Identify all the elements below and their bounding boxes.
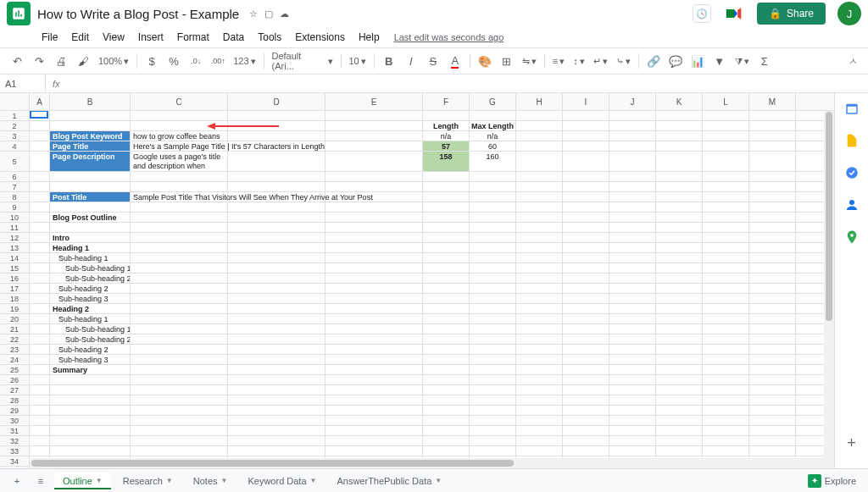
- cell-L26[interactable]: [703, 375, 749, 384]
- cell-E33[interactable]: [326, 446, 423, 456]
- cell-L28[interactable]: [703, 395, 749, 405]
- cell-A12[interactable]: [30, 233, 50, 242]
- cell-A23[interactable]: [30, 345, 50, 354]
- cell-D29[interactable]: [228, 406, 326, 415]
- row-header-27[interactable]: 27: [0, 385, 30, 395]
- cell-G25[interactable]: [470, 365, 516, 374]
- cell-L27[interactable]: [703, 385, 749, 395]
- cell-H15[interactable]: [516, 263, 563, 273]
- cell-A33[interactable]: [30, 446, 50, 456]
- cell-C2[interactable]: [131, 121, 228, 130]
- cell-H25[interactable]: [516, 365, 563, 374]
- cell-H24[interactable]: [516, 355, 563, 364]
- scrollbar-horizontal[interactable]: [30, 458, 834, 468]
- cell-I21[interactable]: [563, 324, 609, 334]
- row-header-26[interactable]: 26: [0, 375, 30, 384]
- cell-K3[interactable]: [656, 131, 703, 141]
- valign-icon[interactable]: ↕▾: [570, 51, 588, 71]
- cell-C1[interactable]: [131, 111, 228, 120]
- cell-L14[interactable]: [703, 253, 749, 263]
- cell-J13[interactable]: [609, 243, 656, 252]
- cell-B19[interactable]: Heading 2: [50, 304, 131, 313]
- cell-A21[interactable]: [30, 324, 50, 334]
- cell-K28[interactable]: [656, 395, 703, 405]
- cell-M11[interactable]: [749, 223, 796, 232]
- last-edit-link[interactable]: Last edit was seconds ago: [394, 32, 504, 42]
- row-header-3[interactable]: 3: [0, 131, 30, 141]
- cell-G31[interactable]: [470, 426, 516, 435]
- cell-L8[interactable]: [703, 192, 749, 202]
- cell-M19[interactable]: [749, 304, 796, 313]
- cell-K5[interactable]: [656, 152, 703, 171]
- cell-M21[interactable]: [749, 324, 796, 334]
- cell-C18[interactable]: [131, 294, 228, 303]
- cell-F7[interactable]: [423, 182, 470, 191]
- tab-dropdown-icon[interactable]: ▼: [221, 477, 228, 484]
- cell-B20[interactable]: Sub-heading 1: [50, 314, 131, 323]
- cell-L1[interactable]: [703, 111, 749, 120]
- cell-K12[interactable]: [656, 233, 703, 242]
- row-header-19[interactable]: 19: [0, 304, 30, 313]
- cell-I25[interactable]: [563, 365, 609, 374]
- cell-K16[interactable]: [656, 274, 703, 283]
- cell-F6[interactable]: [423, 172, 470, 181]
- row-header-21[interactable]: 21: [0, 324, 30, 334]
- cell-H32[interactable]: [516, 436, 563, 445]
- row-header-14[interactable]: 14: [0, 253, 30, 263]
- font-dropdown[interactable]: Default (Ari...▾: [269, 51, 337, 71]
- cell-A8[interactable]: [30, 192, 50, 202]
- cell-J4[interactable]: [609, 141, 656, 151]
- row-header-16[interactable]: 16: [0, 274, 30, 283]
- cell-J8[interactable]: [609, 192, 656, 202]
- row-header-34[interactable]: 34: [0, 456, 30, 466]
- cell-K29[interactable]: [656, 406, 703, 415]
- cell-D19[interactable]: [228, 304, 326, 313]
- cell-H29[interactable]: [516, 406, 563, 415]
- cell-J27[interactable]: [609, 385, 656, 395]
- cell-H3[interactable]: [516, 131, 563, 141]
- cell-I15[interactable]: [563, 263, 609, 273]
- spreadsheet-grid[interactable]: ABCDEFGHIJKLM 12LengthMax Length3Blog Po…: [0, 93, 834, 468]
- cell-H16[interactable]: [516, 274, 563, 283]
- cell-A30[interactable]: [30, 416, 50, 425]
- cell-M13[interactable]: [749, 243, 796, 252]
- cell-K11[interactable]: [656, 223, 703, 232]
- cell-I29[interactable]: [563, 406, 609, 415]
- cell-I14[interactable]: [563, 253, 609, 263]
- cell-F24[interactable]: [423, 355, 470, 364]
- add-addon-icon[interactable]: +: [843, 434, 860, 451]
- menu-tools[interactable]: Tools: [252, 30, 287, 45]
- cell-J32[interactable]: [609, 436, 656, 445]
- row-header-4[interactable]: 4: [0, 141, 30, 151]
- undo-icon[interactable]: ↶: [7, 51, 27, 71]
- cell-L33[interactable]: [703, 446, 749, 456]
- cell-G23[interactable]: [470, 345, 516, 354]
- row-header-13[interactable]: 13: [0, 243, 30, 252]
- cell-F4[interactable]: 57: [423, 141, 470, 151]
- text-color-icon[interactable]: A: [445, 51, 465, 71]
- cell-D24[interactable]: [228, 355, 326, 364]
- halign-icon[interactable]: ≡▾: [549, 51, 568, 71]
- cell-H33[interactable]: [516, 446, 563, 456]
- cell-D4[interactable]: [228, 141, 326, 151]
- cell-H5[interactable]: [516, 152, 563, 171]
- cell-K13[interactable]: [656, 243, 703, 252]
- cell-K6[interactable]: [656, 172, 703, 181]
- cell-A3[interactable]: [30, 131, 50, 141]
- paint-format-icon[interactable]: 🖌: [73, 51, 93, 71]
- cell-M14[interactable]: [749, 253, 796, 263]
- cell-I13[interactable]: [563, 243, 609, 252]
- cell-A7[interactable]: [30, 182, 50, 191]
- cell-F19[interactable]: [423, 304, 470, 313]
- col-header-E[interactable]: E: [326, 93, 423, 110]
- col-header-H[interactable]: H: [516, 93, 563, 110]
- explore-button[interactable]: ✦ Explore: [803, 473, 861, 489]
- maps-icon[interactable]: [843, 229, 860, 246]
- tab-dropdown-icon[interactable]: ▼: [96, 477, 103, 484]
- cell-C29[interactable]: [131, 406, 228, 415]
- cell-K17[interactable]: [656, 284, 703, 293]
- cell-K32[interactable]: [656, 436, 703, 445]
- cell-G33[interactable]: [470, 446, 516, 456]
- cell-E20[interactable]: [326, 314, 423, 323]
- cell-J2[interactable]: [609, 121, 656, 130]
